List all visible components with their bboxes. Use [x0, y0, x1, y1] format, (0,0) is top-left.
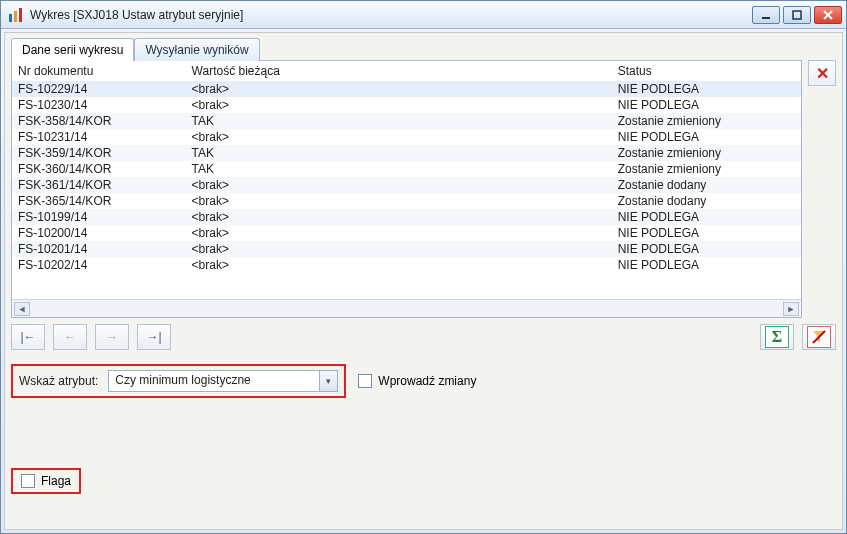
cell-doc: FSK-360/14/KOR: [12, 161, 186, 177]
apply-checkbox[interactable]: Wprowadź zmiany: [358, 374, 476, 388]
grid-area: Nr dokumentu Wartość bieżąca Status FS-1…: [11, 60, 836, 318]
apply-label: Wprowadź zmiany: [378, 374, 476, 388]
scroll-right-icon[interactable]: ►: [783, 302, 799, 316]
filter-remove-button[interactable]: [802, 324, 836, 350]
cell-doc: FSK-361/14/KOR: [12, 177, 186, 193]
sigma-icon: Σ: [765, 326, 789, 348]
attribute-highlight: Wskaż atrybut: Czy minimum logistyczne ▾: [11, 364, 346, 398]
table-row[interactable]: FSK-360/14/KORTAKZostanie zmieniony: [12, 161, 801, 177]
svg-rect-2: [19, 8, 22, 22]
cell-val: <brak>: [186, 129, 612, 145]
side-toolbar: ✕: [808, 60, 836, 318]
data-table: Nr dokumentu Wartość bieżąca Status FS-1…: [12, 61, 801, 273]
delete-icon: ✕: [816, 64, 829, 83]
cell-doc: FS-10202/14: [12, 257, 186, 273]
cell-status: Zostanie zmieniony: [612, 113, 801, 129]
table-row[interactable]: FS-10230/14<brak>NIE PODLEGA: [12, 97, 801, 113]
nav-prev-button[interactable]: ←: [53, 324, 87, 350]
tab-data[interactable]: Dane serii wykresu: [11, 38, 134, 61]
cell-val: <brak>: [186, 177, 612, 193]
cell-val: TAK: [186, 161, 612, 177]
table-row[interactable]: FS-10199/14<brak>NIE PODLEGA: [12, 209, 801, 225]
delete-row-button[interactable]: ✕: [808, 60, 836, 86]
cell-status: NIE PODLEGA: [612, 225, 801, 241]
attribute-combo[interactable]: Czy minimum logistyczne ▾: [108, 370, 338, 392]
svg-rect-1: [14, 11, 17, 22]
flag-row: Flaga: [11, 468, 836, 494]
col-doc[interactable]: Nr dokumentu: [12, 61, 186, 81]
cell-val: <brak>: [186, 81, 612, 97]
cell-doc: FS-10200/14: [12, 225, 186, 241]
client-area: Dane serii wykresu Wysyłanie wyników Nr …: [4, 32, 843, 530]
funnel-icon: [807, 326, 831, 348]
svg-rect-4: [793, 11, 801, 19]
attribute-label: Wskaż atrybut:: [19, 374, 98, 388]
horizontal-scrollbar[interactable]: ◄ ►: [12, 299, 801, 317]
attribute-form: Wskaż atrybut: Czy minimum logistyczne ▾…: [11, 364, 836, 398]
cell-val: <brak>: [186, 97, 612, 113]
scroll-left-icon[interactable]: ◄: [14, 302, 30, 316]
header-row: Nr dokumentu Wartość bieżąca Status: [12, 61, 801, 81]
cell-val: <brak>: [186, 257, 612, 273]
attribute-value: Czy minimum logistyczne: [109, 371, 319, 391]
cell-status: NIE PODLEGA: [612, 81, 801, 97]
table-row[interactable]: FS-10200/14<brak>NIE PODLEGA: [12, 225, 801, 241]
col-status[interactable]: Status: [612, 61, 801, 81]
table-row[interactable]: FS-10229/14<brak>NIE PODLEGA: [12, 81, 801, 97]
checkbox-box: [21, 474, 35, 488]
tab-send[interactable]: Wysyłanie wyników: [134, 38, 259, 61]
grid-frame: Nr dokumentu Wartość bieżąca Status FS-1…: [11, 60, 802, 318]
cell-status: NIE PODLEGA: [612, 209, 801, 225]
cell-status: Zostanie zmieniony: [612, 161, 801, 177]
cell-doc: FS-10229/14: [12, 81, 186, 97]
cell-doc: FS-10201/14: [12, 241, 186, 257]
table-row[interactable]: FSK-361/14/KOR<brak>Zostanie dodany: [12, 177, 801, 193]
cell-status: Zostanie dodany: [612, 177, 801, 193]
close-button[interactable]: [814, 6, 842, 24]
chevron-down-icon[interactable]: ▾: [319, 371, 337, 391]
table-row[interactable]: FSK-359/14/KORTAKZostanie zmieniony: [12, 145, 801, 161]
nav-toolbar: |← ← → →| Σ: [11, 324, 836, 350]
window-controls: [752, 6, 842, 24]
window-title: Wykres [SXJ018 Ustaw atrybut seryjnie]: [30, 8, 752, 22]
cell-status: Zostanie dodany: [612, 193, 801, 209]
tab-strip: Dane serii wykresu Wysyłanie wyników: [11, 38, 836, 61]
table-row[interactable]: FS-10231/14<brak>NIE PODLEGA: [12, 129, 801, 145]
cell-status: NIE PODLEGA: [612, 129, 801, 145]
flag-highlight: Flaga: [11, 468, 81, 494]
table-row[interactable]: FS-10201/14<brak>NIE PODLEGA: [12, 241, 801, 257]
cell-status: NIE PODLEGA: [612, 257, 801, 273]
sum-button[interactable]: Σ: [760, 324, 794, 350]
table-row[interactable]: FS-10202/14<brak>NIE PODLEGA: [12, 257, 801, 273]
cell-doc: FSK-365/14/KOR: [12, 193, 186, 209]
cell-doc: FS-10231/14: [12, 129, 186, 145]
cell-doc: FSK-358/14/KOR: [12, 113, 186, 129]
col-val[interactable]: Wartość bieżąca: [186, 61, 612, 81]
app-icon: [8, 7, 24, 23]
cell-doc: FS-10199/14: [12, 209, 186, 225]
checkbox-box: [358, 374, 372, 388]
cell-val: <brak>: [186, 241, 612, 257]
nav-first-button[interactable]: |←: [11, 324, 45, 350]
flag-checkbox[interactable]: Flaga: [21, 474, 71, 488]
grid[interactable]: Nr dokumentu Wartość bieżąca Status FS-1…: [12, 61, 801, 299]
cell-status: NIE PODLEGA: [612, 97, 801, 113]
cell-val: TAK: [186, 113, 612, 129]
maximize-button[interactable]: [783, 6, 811, 24]
cell-val: TAK: [186, 145, 612, 161]
titlebar: Wykres [SXJ018 Ustaw atrybut seryjnie]: [1, 1, 846, 29]
nav-next-button[interactable]: →: [95, 324, 129, 350]
cell-status: Zostanie zmieniony: [612, 145, 801, 161]
table-row[interactable]: FSK-365/14/KOR<brak>Zostanie dodany: [12, 193, 801, 209]
cell-val: <brak>: [186, 209, 612, 225]
window: Wykres [SXJ018 Ustaw atrybut seryjnie] D…: [0, 0, 847, 534]
svg-rect-0: [9, 14, 12, 22]
minimize-button[interactable]: [752, 6, 780, 24]
flag-label: Flaga: [41, 474, 71, 488]
nav-last-button[interactable]: →|: [137, 324, 171, 350]
cell-val: <brak>: [186, 193, 612, 209]
cell-val: <brak>: [186, 225, 612, 241]
cell-status: NIE PODLEGA: [612, 241, 801, 257]
cell-doc: FSK-359/14/KOR: [12, 145, 186, 161]
table-row[interactable]: FSK-358/14/KORTAKZostanie zmieniony: [12, 113, 801, 129]
